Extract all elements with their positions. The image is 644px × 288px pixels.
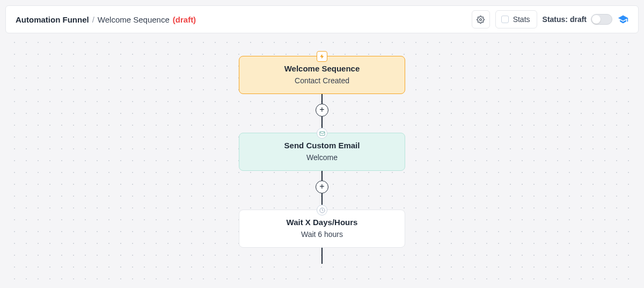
breadcrumb-draft-label: (draft) <box>173 15 196 24</box>
connector <box>321 171 323 181</box>
flow-canvas[interactable]: Welcome Sequence Contact Created Send Cu… <box>5 33 639 285</box>
status-label: Status: draft <box>543 15 587 24</box>
help-button[interactable] <box>618 14 628 25</box>
connector <box>321 248 323 264</box>
stats-checkbox[interactable] <box>501 16 509 23</box>
trigger-node[interactable]: Welcome Sequence Contact Created <box>239 56 405 94</box>
breadcrumb: Automation Funnel / Welcome Sequence (dr… <box>16 15 196 24</box>
email-node[interactable]: Send Custom Email Welcome <box>239 133 405 171</box>
trigger-node-title: Welcome Sequence <box>249 64 395 73</box>
email-icon <box>317 128 327 139</box>
breadcrumb-funnel-name: Welcome Sequence <box>98 15 170 24</box>
add-step-button[interactable] <box>316 104 328 117</box>
breadcrumb-root[interactable]: Automation Funnel <box>16 15 89 24</box>
bolt-icon <box>317 51 327 62</box>
svg-point-0 <box>480 18 482 20</box>
header-bar: Automation Funnel / Welcome Sequence (dr… <box>5 5 639 33</box>
wait-node-title: Wait X Days/Hours <box>249 218 395 227</box>
stats-button[interactable]: Stats <box>495 10 537 28</box>
clock-icon <box>317 205 327 215</box>
connector <box>321 94 323 104</box>
status-toggle[interactable] <box>591 14 612 25</box>
email-node-title: Send Custom Email <box>249 141 395 150</box>
add-step-button[interactable] <box>316 181 328 193</box>
wait-node[interactable]: Wait X Days/Hours Wait 6 hours <box>239 210 405 248</box>
settings-button[interactable] <box>472 10 490 28</box>
gear-icon <box>477 16 485 24</box>
graduation-cap-icon <box>618 14 628 25</box>
wait-node-subtitle: Wait 6 hours <box>249 230 395 239</box>
status-group: Status: draft <box>543 14 612 25</box>
email-node-subtitle: Welcome <box>249 153 395 162</box>
breadcrumb-separator: / <box>92 15 94 24</box>
stats-label: Stats <box>513 15 530 24</box>
trigger-node-subtitle: Contact Created <box>249 76 395 85</box>
